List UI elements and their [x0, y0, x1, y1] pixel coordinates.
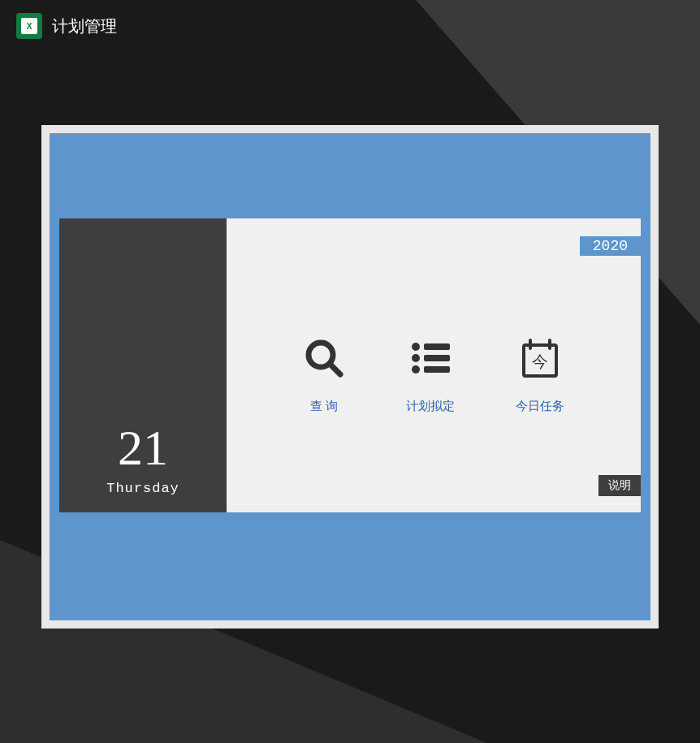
action-grid: 查 询 — [227, 218, 641, 512]
svg-point-4 — [412, 354, 420, 362]
calendar-today-icon: 今 — [519, 337, 561, 379]
page-title: 计划管理 — [52, 15, 117, 37]
excel-icon-inner: X — [21, 18, 37, 34]
svg-rect-7 — [424, 366, 450, 373]
svg-line-1 — [330, 364, 340, 374]
plan-action[interactable]: 计划拟定 — [406, 337, 455, 414]
date-panel: 21 Thursday — [59, 218, 227, 512]
search-action[interactable]: 查 询 — [303, 337, 345, 414]
search-label: 查 询 — [310, 399, 338, 414]
date-number: 21 — [118, 422, 168, 473]
year-badge: 2020 — [580, 236, 641, 256]
card-inner: 21 Thursday 2020 查 询 — [50, 133, 650, 620]
svg-point-6 — [412, 365, 420, 374]
header: X 计划管理 — [0, 0, 700, 52]
main-panel: 2020 查 询 — [227, 218, 641, 512]
plan-label: 计划拟定 — [406, 399, 455, 414]
content-area: 21 Thursday 2020 查 询 — [59, 218, 641, 512]
excel-icon: X — [16, 13, 42, 39]
card-container: 21 Thursday 2020 查 询 — [41, 125, 659, 629]
svg-point-2 — [412, 343, 420, 351]
today-label: 今日任务 — [516, 399, 564, 414]
svg-rect-5 — [424, 355, 450, 361]
today-action[interactable]: 今 今日任务 — [516, 337, 564, 414]
search-icon — [303, 337, 345, 379]
svg-text:今: 今 — [532, 352, 548, 370]
info-button[interactable]: 说明 — [598, 475, 641, 496]
list-icon — [409, 337, 452, 379]
date-day-name: Thursday — [106, 481, 179, 496]
svg-rect-3 — [424, 343, 450, 350]
